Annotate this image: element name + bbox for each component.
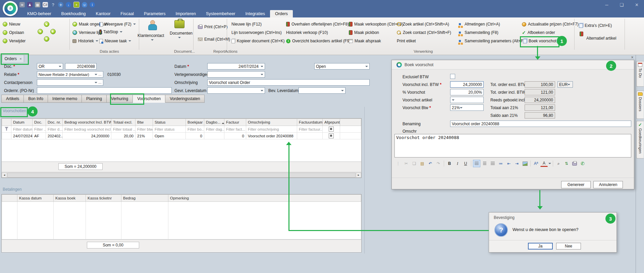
ordernr-field[interactable]	[37, 87, 172, 94]
column-header[interactable]: Kassa ticketnr	[86, 195, 121, 202]
team-icon[interactable]: ≋	[19, 2, 25, 7]
column-header[interactable]: Omschrijving	[246, 119, 297, 126]
nee-button[interactable]: Nee	[556, 243, 581, 249]
filter-cell[interactable]: Filter dag...	[204, 126, 224, 133]
cell-docnr[interactable]: 202402...	[46, 133, 63, 139]
print-button[interactable]: Print (Ctrl+P)	[198, 24, 228, 30]
cell-totaal[interactable]: 20,00	[111, 133, 136, 139]
row-selector-header[interactable]	[2, 119, 11, 126]
afmetingen-button[interactable]: Afmetingen (Ctrl+A)	[459, 21, 500, 28]
history-button[interactable]: Historiek	[72, 38, 98, 44]
nav-next-icon[interactable]: ►	[50, 29, 56, 34]
cell-btw[interactable]: 21%	[136, 133, 153, 139]
column-header[interactable]: Kassa boek	[54, 195, 86, 202]
samenstelling-parameters-button[interactable]: Samenstelling parameters (Alt+F8)	[459, 38, 527, 44]
ja-button[interactable]: Ja	[528, 243, 553, 249]
align-right-icon[interactable]	[489, 160, 496, 167]
refresh-list-button[interactable]: ↻Vernieuw lijst	[72, 29, 102, 36]
italic-icon[interactable]: I	[454, 160, 461, 167]
samenstelling-button[interactable]: Samenstelling (F8)	[459, 29, 498, 36]
column-header[interactable]: Btw	[136, 119, 153, 126]
tab-vorderingsstaten[interactable]: Vorderingsstaten	[165, 95, 205, 103]
tab-importeren[interactable]: Importeren	[171, 10, 201, 17]
column-header[interactable]: Afgepunt	[323, 119, 340, 126]
filter-cell[interactable]: Filter btw	[136, 126, 153, 133]
column-header[interactable]: Doc. nr.	[46, 119, 63, 126]
close-icon[interactable]: ×	[630, 55, 635, 60]
user-add-icon[interactable]: ♟	[27, 2, 33, 7]
column-header[interactable]: Totaal excl.	[111, 119, 136, 126]
tab-integraties[interactable]: Integraties	[240, 10, 270, 17]
historiek-verkoop-button[interactable]: Historiek verkoop (F10)	[286, 29, 328, 36]
doc-type-select[interactable]: OR	[37, 63, 63, 70]
help-icon[interactable]: ?	[50, 2, 56, 7]
close-button[interactable]: ✕	[635, 2, 639, 7]
filter-cell[interactable]: Filter ...	[33, 126, 46, 133]
horizontal-scrollbar[interactable]: ◄ ►	[2, 172, 361, 178]
maak-pickbon-button[interactable]: Maak pickbon	[349, 29, 379, 36]
extras-button[interactable]: Extra's (Ctrl+E)	[579, 22, 612, 29]
filter-cell[interactable]: Filter d...	[46, 126, 63, 133]
bell-icon[interactable]: ∪	[82, 2, 87, 7]
new-task-button[interactable]: Nieuwe taak	[99, 38, 131, 44]
sidebar-tab-todo[interactable]: To Do	[636, 61, 644, 87]
column-header[interactable]: Factuurdatum	[297, 119, 323, 126]
annuleren-button[interactable]: Annuleren	[593, 181, 623, 188]
row-selector-header[interactable]	[2, 195, 17, 202]
zoek-artikel-button[interactable]: Zoek artikel (Ctrl+Shift+A)	[397, 21, 449, 28]
print-etiket-button[interactable]: Print etiket	[397, 38, 416, 44]
alternatief-artikel-button[interactable]: Alternatief artikel	[586, 35, 616, 42]
scroll-left-icon[interactable]: ◄	[2, 173, 7, 178]
cell-doc[interactable]: AF	[33, 133, 46, 139]
maak-afspraak-button[interactable]: Maak afspraak	[349, 38, 381, 44]
replace-icon[interactable]: ⇅	[563, 160, 570, 167]
datum-select[interactable]: 24/07/2024	[207, 63, 265, 70]
font-color-icon[interactable]: A	[540, 161, 548, 167]
voorschot-btw-select[interactable]: 21%	[450, 104, 484, 111]
column-header[interactable]: Factuur	[224, 119, 246, 126]
font-size-icon[interactable]: Aª	[532, 160, 540, 167]
tab-parameters[interactable]: Parameters	[139, 10, 171, 17]
voorschot-incl-input[interactable]: 24,200000	[450, 81, 484, 88]
nav-up-icon[interactable]: ▲	[44, 21, 49, 27]
underline-icon[interactable]: U	[462, 160, 469, 167]
filter-checkbox-cell[interactable]	[323, 126, 340, 133]
sidebar-tab-goedkeuringen[interactable]: ✓ Goedkeuringen	[636, 121, 644, 158]
cell-bedrag[interactable]: 24,200000	[63, 133, 111, 139]
actualisatie-prijzen-button[interactable]: Actualisatie prijzen (Ctrl+F7)	[522, 21, 579, 28]
column-header[interactable]: Doc.	[33, 119, 46, 126]
omschrijving-field[interactable]: Voorschot vanuit Order	[207, 79, 370, 86]
tab-interne-memo[interactable]: Interne memo	[48, 95, 82, 103]
doc-number-field[interactable]: 20240088	[65, 63, 97, 70]
undo-icon[interactable]: ↶	[427, 160, 434, 167]
align-center-icon[interactable]	[481, 160, 488, 167]
info-icon[interactable]: i	[90, 2, 95, 7]
cell-boekjaar[interactable]: 0	[186, 133, 204, 139]
email-button[interactable]: Email (Ctrl+M)	[198, 36, 230, 43]
filter-cell[interactable]: Filter fact...	[224, 126, 246, 133]
filter-cell[interactable]: Filter status	[153, 126, 186, 133]
gevr-leverdatum-select[interactable]	[207, 87, 265, 94]
calculator-icon[interactable]: ▦	[35, 2, 40, 7]
filter-cell[interactable]: Filter datum	[11, 126, 33, 133]
code-chat-icon[interactable]: C#	[43, 2, 48, 7]
bev-leverdatum-select[interactable]	[299, 87, 345, 94]
cell-datum[interactable]: 24/07/2024	[11, 133, 33, 139]
relatie-select[interactable]: Nieuwe Relatie 2 (Handelaar)…	[37, 71, 103, 78]
column-header[interactable]: Status	[153, 119, 186, 126]
filter-cell[interactable]: Filter totaal ...	[111, 126, 136, 133]
filter-cell[interactable]: Filter factuur...	[297, 126, 323, 133]
nav-previous-icon[interactable]: ◄	[38, 29, 43, 34]
copy-icon[interactable]: ❏	[411, 160, 418, 167]
find-icon[interactable]: ⌕	[555, 160, 562, 167]
tab-systeembeheer[interactable]: Systeembeheer	[201, 10, 240, 17]
tab-fiscaal[interactable]: Fiscaal	[115, 10, 139, 17]
bold-icon[interactable]: B	[446, 160, 453, 167]
contactpersoon-select[interactable]: …	[37, 79, 103, 86]
cut-icon[interactable]: ✂	[402, 160, 410, 167]
insert-image-icon[interactable]	[521, 160, 529, 167]
column-header[interactable]: Datum	[11, 119, 33, 126]
filter-cell[interactable]: Filter bo...	[186, 126, 204, 133]
overhalen-offertelijnen-button[interactable]: Overhalen offertelijnen (Ctrl+F8)	[286, 21, 349, 28]
tabstop-button[interactable]: TabStop	[99, 29, 122, 35]
